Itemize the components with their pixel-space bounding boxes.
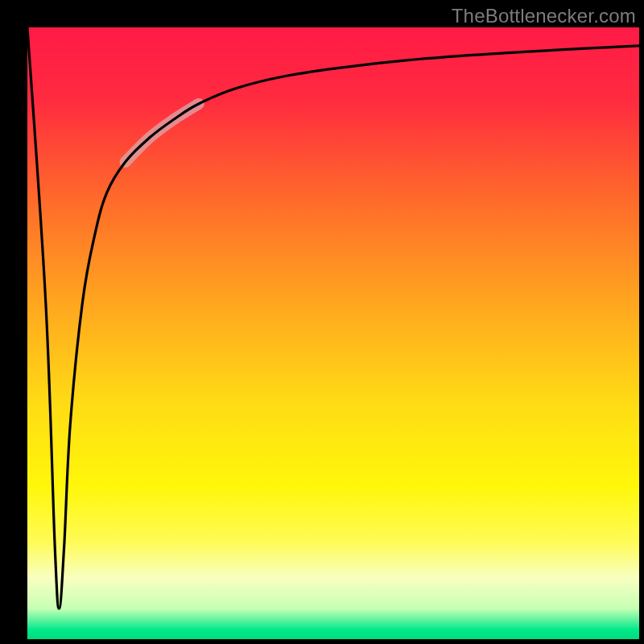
watermark-text: TheBottlenecker.com: [452, 5, 636, 27]
curve-highlight: [126, 104, 199, 162]
curve-layer: [27, 27, 639, 639]
bottleneck-curve: [27, 27, 639, 609]
chart-frame: TheBottlenecker.com: [0, 0, 644, 644]
plot-area: [27, 27, 639, 639]
